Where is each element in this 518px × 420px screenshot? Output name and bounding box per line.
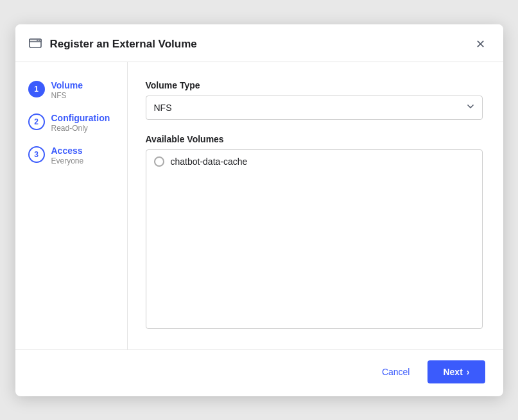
volumes-list[interactable]: chatbot-data-cache bbox=[146, 149, 483, 329]
step-3-circle: 3 bbox=[28, 146, 45, 163]
close-button[interactable]: ✕ bbox=[473, 36, 488, 53]
list-item[interactable]: chatbot-data-cache bbox=[146, 150, 482, 173]
radio-chatbot-data-cache[interactable] bbox=[154, 156, 164, 167]
step-1-label: Volume bbox=[51, 80, 83, 90]
svg-point-2 bbox=[39, 40, 40, 41]
svg-point-3 bbox=[37, 40, 38, 41]
dialog-header: Register an External Volume ✕ bbox=[15, 24, 503, 62]
register-external-volume-dialog: Register an External Volume ✕ 1 Volume N… bbox=[15, 24, 503, 396]
volume-type-select[interactable]: NFS bbox=[146, 96, 483, 120]
step-2-sublabel: Read-Only bbox=[51, 124, 110, 133]
volume-type-label: Volume Type bbox=[146, 80, 483, 90]
dialog-body: 1 Volume NFS 2 Configuration Read-Only bbox=[15, 62, 503, 349]
step-3-sublabel: Everyone bbox=[51, 156, 84, 165]
step-1-sublabel: NFS bbox=[51, 91, 83, 100]
step-3-label: Access bbox=[51, 146, 84, 156]
step-1-circle: 1 bbox=[28, 81, 45, 97]
available-volumes-label: Available Volumes bbox=[146, 134, 483, 144]
volume-item-name: chatbot-data-cache bbox=[171, 156, 248, 167]
steps-sidebar: 1 Volume NFS 2 Configuration Read-Only bbox=[15, 62, 128, 349]
step-2-label: Configuration bbox=[51, 113, 110, 123]
step-volume[interactable]: 1 Volume NFS bbox=[28, 80, 117, 100]
step-2-circle: 2 bbox=[28, 113, 45, 130]
cancel-button[interactable]: Cancel bbox=[374, 362, 418, 382]
next-button[interactable]: Next › bbox=[427, 360, 485, 383]
step-access[interactable]: 3 Access Everyone bbox=[28, 146, 117, 165]
next-label: Next bbox=[443, 367, 462, 377]
dialog-title: Register an External Volume bbox=[50, 38, 473, 51]
next-arrow-icon: › bbox=[467, 367, 470, 377]
main-content: Volume Type NFS Available Volumes chatbo… bbox=[128, 62, 503, 349]
step-configuration[interactable]: 2 Configuration Read-Only bbox=[28, 113, 117, 133]
volume-type-select-wrapper: NFS bbox=[146, 96, 483, 120]
volume-icon bbox=[28, 36, 42, 53]
dialog-footer: Cancel Next › bbox=[15, 349, 503, 396]
